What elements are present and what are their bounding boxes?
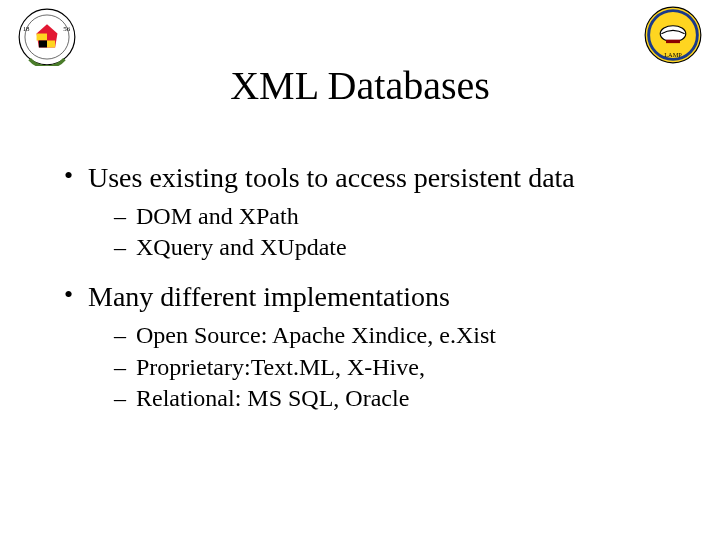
lamp-badge-icon: LAMP [644, 6, 702, 64]
sub-bullet-item: Proprietary:Text.ML, X-Hive, [114, 352, 660, 383]
svg-rect-10 [666, 40, 680, 43]
umd-seal-icon: 18 56 [18, 8, 76, 66]
bullet-item: Many different implementations Open Sour… [60, 279, 660, 414]
svg-text:56: 56 [63, 25, 70, 33]
slide-body: Uses existing tools to access persistent… [60, 160, 660, 430]
sub-bullet-item: XQuery and XUpdate [114, 232, 660, 263]
svg-rect-5 [47, 40, 55, 47]
bullet-text: Uses existing tools to access persistent… [88, 162, 575, 193]
svg-rect-6 [39, 40, 47, 47]
svg-text:LAMP: LAMP [664, 51, 682, 58]
svg-point-9 [660, 26, 686, 42]
bullet-text: Many different implementations [88, 281, 450, 312]
svg-rect-4 [37, 34, 47, 41]
svg-text:18: 18 [23, 25, 30, 33]
slide: 18 56 LAMP XML Databases Uses existing t… [0, 0, 720, 540]
sub-bullet-item: Open Source: Apache Xindice, e.Xist [114, 320, 660, 351]
slide-title: XML Databases [0, 62, 720, 109]
sub-bullet-item: DOM and XPath [114, 201, 660, 232]
bullet-item: Uses existing tools to access persistent… [60, 160, 660, 263]
sub-bullet-item: Relational: MS SQL, Oracle [114, 383, 660, 414]
